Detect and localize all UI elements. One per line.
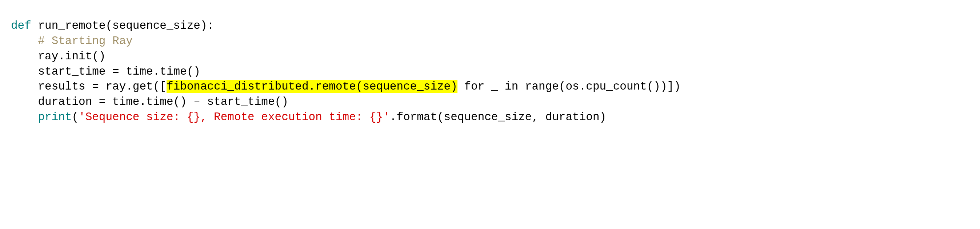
comment-line: # Starting Ray	[38, 35, 132, 47]
colon: :	[207, 19, 214, 32]
code-line-5a: results = ray.get([	[38, 80, 166, 93]
paren-close: )	[200, 19, 207, 32]
keyword-print: print	[38, 110, 72, 123]
parameter: sequence_size	[112, 19, 200, 32]
paren-open: (	[105, 19, 112, 32]
code-line-3: ray.init()	[38, 50, 105, 62]
code-line-4: start_time = time.time()	[38, 65, 200, 78]
function-name: run_remote	[38, 19, 105, 32]
string-literal: 'Sequence size: {}, Remote execution tim…	[78, 110, 390, 123]
highlighted-code: fibonacci_distributed.remote(sequence_si…	[167, 80, 457, 93]
keyword-def: def	[11, 19, 31, 32]
code-line-7b: .format(sequence_size, duration)	[390, 110, 606, 123]
code-line-6: duration = time.time() – start_time()	[38, 95, 288, 108]
code-line-5b: for _ in range(os.cpu_count())])	[457, 80, 681, 93]
code-block: def run_remote(sequence_size): # Startin…	[0, 0, 980, 143]
